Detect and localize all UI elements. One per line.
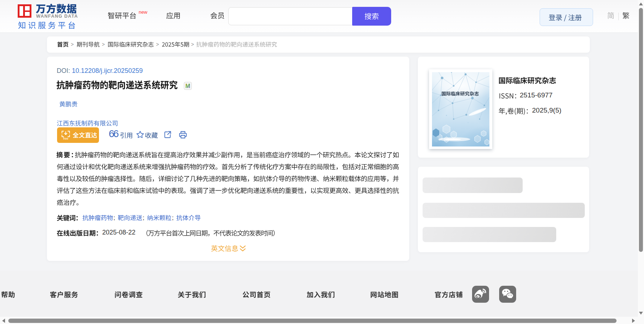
svg-text:M: M	[185, 83, 190, 89]
svg-text:free: free	[63, 137, 69, 140]
